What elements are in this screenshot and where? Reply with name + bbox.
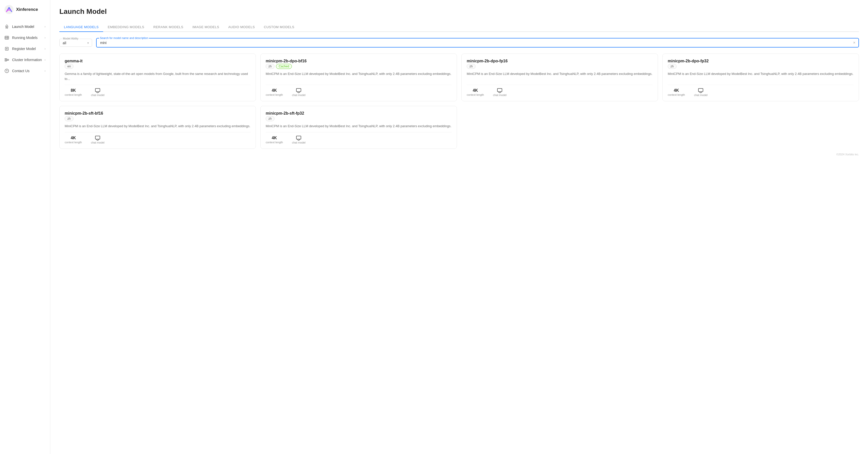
card-badges: zhCached xyxy=(266,64,307,69)
search-clear-button[interactable]: × xyxy=(853,41,856,45)
sidebar-label-running-models: Running Models xyxy=(12,36,37,40)
model-card-gemma-it[interactable]: gemma-it en Gemma is a family of lightwe… xyxy=(59,54,256,101)
main-content: Launch Model LANGUAGE MODELS EMBEDDING M… xyxy=(50,0,868,454)
card-description: MiniCPM is an End-Size LLM developed by … xyxy=(65,124,251,129)
svg-point-0 xyxy=(4,5,13,14)
sidebar-label-register-model: Register Model xyxy=(12,47,36,51)
contact-icon xyxy=(4,69,9,73)
search-input[interactable] xyxy=(100,41,849,45)
chat-model-label: chat model xyxy=(91,94,105,97)
chat-model-label: chat model xyxy=(91,141,105,144)
card-header: minicpm-2b-dpo-fp32 zh xyxy=(668,59,854,69)
svg-rect-5 xyxy=(5,60,6,61)
sidebar-item-cluster-information[interactable]: Cluster Information › xyxy=(0,54,50,65)
badge-zh: zh xyxy=(467,64,475,69)
model-ability-value: all xyxy=(63,41,66,45)
sidebar-label-launch-model: Launch Model xyxy=(12,25,34,29)
chat-model-label: chat model xyxy=(493,94,507,97)
chevron-right-icon-3: › xyxy=(44,47,45,51)
badge-zh: zh xyxy=(266,64,275,69)
svg-rect-12 xyxy=(95,136,100,139)
card-description: MiniCPM is an End-Size LLM developed by … xyxy=(467,71,653,81)
tab-language-models[interactable]: LANGUAGE MODELS xyxy=(59,23,103,32)
card-description: MiniCPM is an End-Size LLM developed by … xyxy=(266,71,452,81)
context-length-value: 4K xyxy=(473,88,478,93)
model-card-minicpm-2b-sft-bf16[interactable]: minicpm-2b-sft-bf16 zh MiniCPM is an End… xyxy=(59,106,256,149)
chat-model-icon xyxy=(95,135,100,140)
context-length-stat: 4K context length xyxy=(266,136,283,144)
model-ability-label: Model Ability xyxy=(62,37,79,40)
card-description: MiniCPM is an End-Size LLM developed by … xyxy=(668,71,854,81)
card-title: minicpm-2b-sft-fp32 xyxy=(266,111,304,116)
svg-point-7 xyxy=(5,69,9,73)
sidebar-item-launch-model[interactable]: Launch Model › xyxy=(0,21,50,32)
tab-rerank-models[interactable]: RERANK MODELS xyxy=(149,23,188,32)
running-icon xyxy=(4,35,9,40)
filter-row: Model Ability all ▾ Search for model nam… xyxy=(59,38,859,47)
chat-model-label: chat model xyxy=(292,94,306,97)
context-length-label: context length xyxy=(266,141,283,144)
model-card-minicpm-2b-dpo-fp32[interactable]: minicpm-2b-dpo-fp32 zh MiniCPM is an End… xyxy=(662,54,859,101)
sidebar-logo: Xinference xyxy=(0,0,50,19)
svg-rect-8 xyxy=(95,89,100,92)
tab-image-models[interactable]: IMAGE MODELS xyxy=(188,23,224,32)
card-badges: en xyxy=(65,64,83,69)
context-length-stat: 4K context length xyxy=(668,88,685,96)
svg-rect-13 xyxy=(297,136,301,139)
card-title: minicpm-2b-dpo-fp16 xyxy=(467,59,508,63)
model-cards-grid: gemma-it en Gemma is a family of lightwe… xyxy=(59,54,859,149)
chat-model-stat: chat model xyxy=(694,88,708,97)
sidebar-label-contact-us: Contact Us xyxy=(12,69,29,73)
chat-model-icon xyxy=(698,88,704,93)
context-length-label: context length xyxy=(668,93,685,96)
cluster-icon xyxy=(4,58,9,62)
chat-model-stat: chat model xyxy=(91,88,105,97)
sidebar-item-register-model[interactable]: Register Model › xyxy=(0,43,50,54)
card-header: minicpm-2b-sft-fp32 zh xyxy=(266,111,452,121)
model-card-minicpm-2b-dpo-fp16[interactable]: minicpm-2b-dpo-fp16 zh MiniCPM is an End… xyxy=(461,54,658,101)
footer-note: ©2024 Xorbits inc. xyxy=(59,153,859,156)
svg-point-1 xyxy=(6,26,7,27)
tab-embedding-models[interactable]: EMBEDDING MODELS xyxy=(103,23,149,32)
chevron-right-icon: › xyxy=(44,25,45,28)
sidebar-nav: Launch Model › Running Models › xyxy=(0,19,50,454)
model-card-minicpm-2b-dpo-bf16[interactable]: minicpm-2b-dpo-bf16 zhCached MiniCPM is … xyxy=(260,54,457,101)
svg-rect-6 xyxy=(7,59,9,61)
app-name: Xinference xyxy=(16,7,38,12)
context-length-value: 8K xyxy=(71,88,76,93)
card-badges: zh xyxy=(467,64,508,69)
context-length-value: 4K xyxy=(674,88,679,93)
tab-audio-models[interactable]: AUDIO MODELS xyxy=(224,23,259,32)
context-length-stat: 8K context length xyxy=(65,88,82,96)
svg-rect-10 xyxy=(497,89,502,92)
chat-model-label: chat model xyxy=(292,141,306,144)
page-title: Launch Model xyxy=(59,7,859,15)
sidebar-item-running-models[interactable]: Running Models › xyxy=(0,32,50,43)
model-type-tabs: LANGUAGE MODELS EMBEDDING MODELS RERANK … xyxy=(59,23,859,32)
context-length-label: context length xyxy=(467,93,484,96)
model-ability-select[interactable]: all ▾ xyxy=(63,40,89,45)
context-length-stat: 4K context length xyxy=(65,136,82,144)
chat-model-stat: chat model xyxy=(91,135,105,144)
chat-model-icon xyxy=(497,88,502,93)
context-length-value: 4K xyxy=(272,136,277,140)
card-title: minicpm-2b-dpo-bf16 xyxy=(266,59,307,63)
badge-zh: zh xyxy=(668,64,677,69)
card-title: minicpm-2b-sft-bf16 xyxy=(65,111,103,116)
sidebar-item-contact-us[interactable]: Contact Us › xyxy=(0,65,50,76)
context-length-value: 4K xyxy=(272,88,277,93)
sidebar-label-cluster-information: Cluster Information xyxy=(12,58,42,62)
model-card-minicpm-2b-sft-fp32[interactable]: minicpm-2b-sft-fp32 zh MiniCPM is an End… xyxy=(260,106,457,149)
card-description: MiniCPM is an End-Size LLM developed by … xyxy=(266,124,452,129)
badge-zh: zh xyxy=(266,116,275,121)
chevron-right-icon-2: › xyxy=(44,36,45,39)
chat-model-label: chat model xyxy=(694,94,708,97)
chat-model-icon xyxy=(296,88,302,93)
search-wrapper: Search for model name and description × xyxy=(96,38,859,47)
chat-model-icon xyxy=(296,135,302,140)
card-footer: 4K context length chat model xyxy=(266,85,452,97)
tab-custom-models[interactable]: CUSTOM MODELS xyxy=(259,23,299,32)
model-ability-dropdown[interactable]: Model Ability all ▾ xyxy=(59,39,92,47)
badge-en: en xyxy=(65,64,73,69)
card-footer: 4K context length chat model xyxy=(467,85,653,97)
